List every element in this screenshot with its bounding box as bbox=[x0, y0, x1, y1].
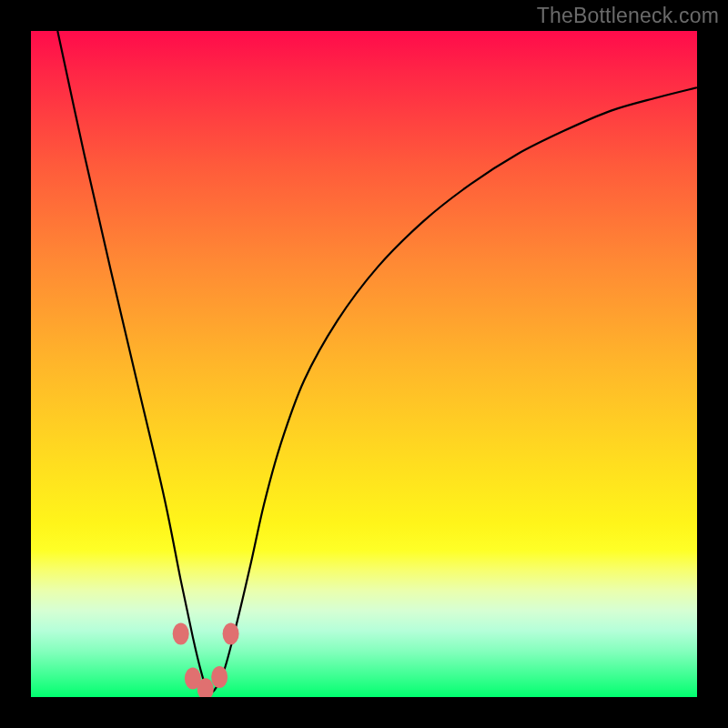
bottleneck-curve bbox=[57, 31, 697, 693]
curve-layer bbox=[31, 31, 697, 697]
plot-area bbox=[31, 31, 697, 697]
watermark-text: TheBottleneck.com bbox=[537, 4, 719, 28]
curve-marker-0 bbox=[173, 622, 189, 644]
curve-marker-3 bbox=[211, 666, 228, 688]
markers-group bbox=[173, 622, 239, 697]
chart-frame: TheBottleneck.com bbox=[0, 0, 728, 728]
curve-marker-4 bbox=[223, 622, 239, 644]
